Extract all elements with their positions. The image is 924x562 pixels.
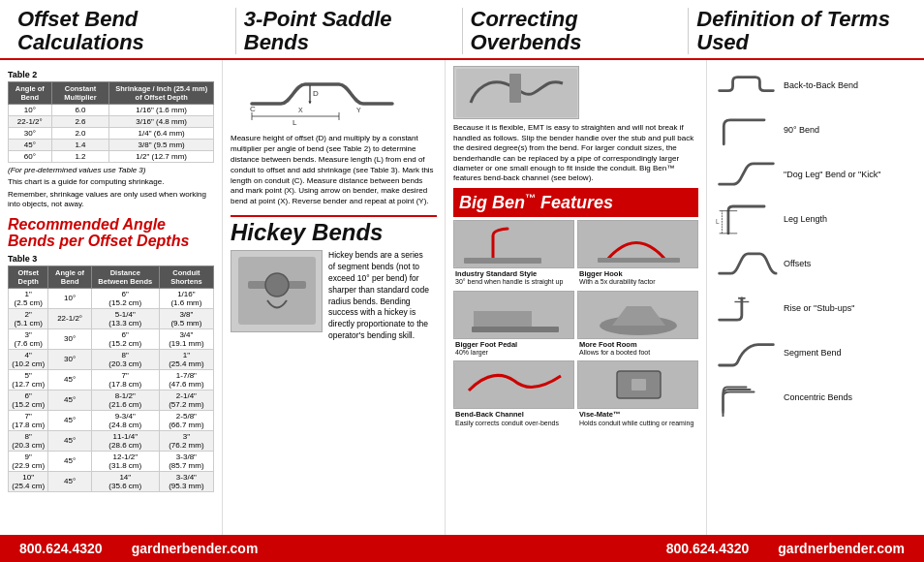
feature-bend-back: Bend-Back Channel Easily corrects condui… [453,360,574,428]
header-col4: Definition of Terms Used [689,8,914,54]
feature-more-footroom: More Foot Room Allows for a booted foot [577,291,698,359]
feature6-image [577,360,698,409]
col-header-constant: Constant Multiplier [51,82,109,105]
hickey-tool-svg [233,252,321,329]
overbend-svg [456,69,577,117]
bigben-title: Big Ben™ Features [459,193,613,212]
table-row: 6" (15.2 cm)45°8-1/2" (21.6 cm)2-1/4" (5… [9,390,214,410]
footer-phone-right: 800.624.4320 [666,541,750,556]
offset-bend-column: Table 2 Angle of Bend Constant Multiplie… [0,60,223,541]
svg-point-12 [265,273,289,297]
svg-rect-18 [598,258,680,263]
table-row: 4" (10.2 cm)30°8" (20.3 cm)1" (25.4 mm) [9,349,214,369]
back-to-back-svg [715,66,778,105]
svg-text:C: C [250,105,256,113]
saddle-diagram: D L C X Y [231,70,437,130]
feature5-caption: Bend-Back Channel Easily corrects condui… [453,409,574,428]
feature3-caption: Bigger Foot Pedal 40% larger [453,339,574,359]
def-segment-label: Segment Bend [784,348,842,358]
table-row: 22-1/2°2.63/16" (4.8 mm) [9,116,214,128]
offset-italic-note: (For pre-determined values use Table 3) [8,166,214,174]
feature-grid: Industry Standard Style 30° bend when ha… [453,220,698,428]
svg-text:D: D [313,89,319,98]
svg-text:L: L [293,118,297,127]
hickey-title: Hickey Bends [231,221,437,244]
feature2-image [577,220,698,268]
overbend-description: Because it is flexible, EMT is easy to s… [453,123,698,183]
table-row: 10" (25.4 cm)45°14" (35.6 cm)3-3/4" (95.… [9,471,214,491]
def-leg-length-label: Leg Length [784,214,827,224]
hickey-image [231,250,323,332]
svg-rect-20 [472,327,559,332]
footer-right: 800.624.4320 gardnerbender.com [666,541,905,556]
header-title-4: Definition of Terms Used [696,7,890,54]
def-concentric-label: Concentric Bends [784,392,852,402]
header-title-2: 3-Point Saddle Bends [244,7,392,54]
feature3-image [453,291,574,339]
def-back-to-back-label: Back-to-Back Bend [784,80,858,90]
def-dog-leg: "Dog Leg" Bend or "Kick" [715,155,916,194]
main-content: Table 2 Angle of Bend Constant Multiplie… [0,60,924,541]
offset-depth-table: Offset Depth Angle of Bend Distance Betw… [8,265,214,492]
feature6-caption: Vise-Mate™ Holds conduit while cutting o… [577,409,698,428]
svg-rect-16 [464,258,541,264]
col-header-shrinkage: Shrinkage / Inch (25.4 mm) of Offset Dep… [109,82,214,105]
table-row: 8" (20.3 cm)45°11-1/4" (28.6 cm)3" (76.2… [9,430,214,451]
overbend-top [453,66,698,119]
def-offsets-label: Offsets [784,259,811,268]
svg-rect-26 [631,379,646,390]
overbend-column: Because it is flexible, EMT is easy to s… [446,60,707,541]
svg-text:L: L [716,218,720,225]
feature4-image [577,291,698,339]
dog-leg-svg [715,155,778,194]
table-row: 10°6.01/16" (1.6 mm) [9,105,214,116]
svg-rect-14 [509,74,521,103]
table2-label: Table 2 [8,70,214,79]
segment-bend-svg [715,333,778,372]
leg-length-svg: L [715,200,778,238]
table3-label: Table 3 [8,254,214,264]
saddle-description: Measure height of offset (D) and multipl… [231,134,437,207]
header-col3: Correcting Overbends [463,8,690,54]
feature5-image [453,360,574,409]
feature4-caption: More Foot Room Allows for a booted foot [577,339,698,359]
concentric-svg [715,378,778,417]
t3-col2: Angle of Bend [48,265,91,288]
feature1-caption: Industry Standard Style 30° bend when ha… [453,268,574,288]
hickey-description: Hickey bends are a series of segment ben… [328,250,430,342]
feature-bigger-foot: Bigger Foot Pedal 40% larger [453,291,574,359]
header-col2: 3-Point Saddle Bends [236,8,463,54]
def-back-to-back: Back-to-Back Bend [715,66,916,105]
footer-website-left: gardnerbender.com [132,541,259,556]
saddle-bends-column: D L C X Y Measure height of offset (D) a… [223,60,446,541]
feature2-caption: Bigger Hook With a 5x durability factor [577,268,698,288]
feature-visemate: Vise-Mate™ Holds conduit while cutting o… [577,360,698,428]
table-row: 9" (22.9 cm)45°12-1/2" (31.8 cm)3-3/8" (… [9,451,214,471]
offset-note2: Remember, shrinkage values are only used… [8,190,214,210]
header-col1: Offset Bend Calculations [10,8,236,54]
saddle-bend-svg: D L C X Y [242,70,426,128]
table-row: 3" (7.6 cm)30°6" (15.2 cm)3/4" (19.1 mm) [9,328,214,349]
def-dog-leg-label: "Dog Leg" Bend or "Kick" [784,170,880,179]
header-title-3: Correcting Overbends [471,7,582,54]
t3-col1: Offset Depth [9,265,48,288]
table-row: 45°1.43/8" (9.5 mm) [9,140,214,151]
col-header-angle: Angle of Bend [9,82,52,105]
feature-industry-standard: Industry Standard Style 30° bend when ha… [453,220,574,288]
def-rise: Rise or "Stub-ups" [715,289,916,328]
def-leg-length: L Leg Length [715,200,916,238]
footer-phone-left: 800.624.4320 [19,541,103,556]
definitions-column: Back-to-Back Bend 90° Bend "Dog Leg" Ben… [707,60,924,541]
recommended-title: Recommended Angle Bends per Offset Depth… [8,216,214,250]
footer-left: 800.624.4320 gardnerbender.com [19,541,258,556]
table-row: 60°1.21/2" (12.7 mm) [9,151,214,163]
def-concentric: Concentric Bends [715,378,916,417]
t3-col3: Distance Between Bends [91,265,159,288]
table-row: 1" (2.5 cm)10°6" (15.2 cm)1/16" (1.6 mm) [9,288,214,308]
def-90-bend-label: 90° Bend [784,125,819,135]
table-row: 7" (17.8 cm)45°9-3/4" (24.8 cm)2-5/8" (6… [9,410,214,430]
footer-website-right: gardnerbender.com [778,541,905,556]
offset-note1: This chart is a guide for computing shri… [8,177,214,187]
header: Offset Bend Calculations 3-Point Saddle … [0,0,924,60]
def-segment: Segment Bend [715,333,916,372]
